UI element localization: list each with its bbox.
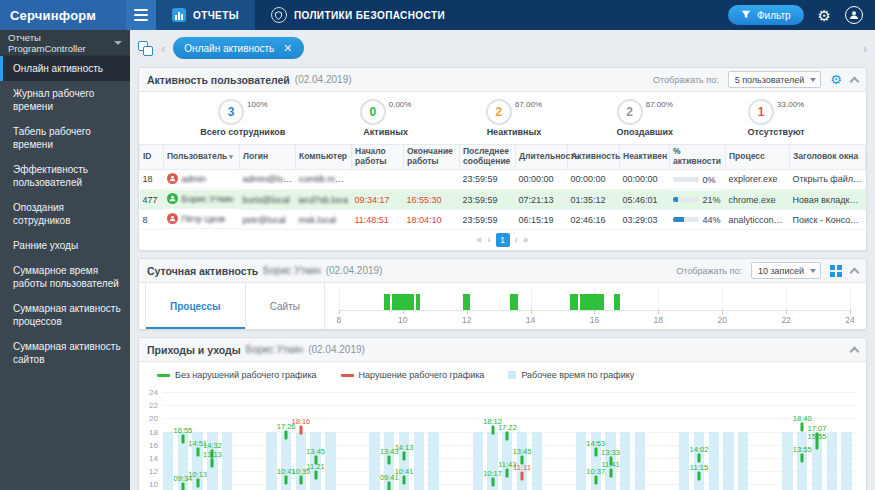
schedule-band bbox=[325, 432, 335, 490]
report-type-selector[interactable]: Отчеты ProgramController bbox=[0, 30, 130, 56]
sidebar-item[interactable]: Суммарная активность сайтов bbox=[0, 334, 130, 372]
records-per-page-select[interactable]: 10 записей bbox=[751, 262, 821, 279]
layers-icon[interactable] bbox=[138, 41, 153, 56]
tab-scroll-right-icon[interactable]: › bbox=[863, 42, 867, 55]
grid-view-icon[interactable] bbox=[830, 265, 842, 277]
first-page-icon[interactable]: « bbox=[477, 235, 483, 245]
departure-marker bbox=[506, 431, 509, 440]
nav-tab-reports[interactable]: ОТЧЕТЫ bbox=[156, 0, 255, 30]
column-header[interactable]: Окончание работы bbox=[404, 145, 460, 170]
cell-user: Пётр Цков bbox=[164, 210, 240, 229]
timeline-tick bbox=[531, 310, 532, 314]
activity-bar bbox=[673, 197, 699, 202]
legend-swatch bbox=[508, 371, 516, 379]
summary-label: Неактивных bbox=[487, 127, 542, 137]
sidebar-item[interactable]: Суммарная активность процессов bbox=[0, 296, 130, 334]
activity-segment bbox=[510, 294, 518, 310]
daily-tab-sites[interactable]: Сайты bbox=[246, 283, 325, 329]
next-page-icon[interactable]: › bbox=[515, 235, 518, 245]
column-header[interactable]: Логин bbox=[240, 145, 296, 170]
close-icon[interactable]: ✕ bbox=[283, 43, 292, 54]
panel-settings-gear-icon[interactable]: ⚙ bbox=[830, 73, 842, 86]
cell-process: explorer.exe bbox=[726, 169, 790, 190]
column-header[interactable]: Компьютер bbox=[296, 145, 352, 170]
timeline-tick bbox=[594, 310, 595, 314]
timeline-gridline bbox=[850, 287, 851, 310]
table-row[interactable]: 18adminadmin@localcomtib.msi.local23:59:… bbox=[140, 169, 866, 190]
legend-item: Рабочее время по графику bbox=[508, 370, 634, 380]
collapse-chevron-icon[interactable] bbox=[850, 346, 860, 356]
collapse-chevron-icon[interactable] bbox=[850, 267, 860, 277]
timeline-hour-label: 10 bbox=[398, 315, 407, 325]
filter-button[interactable]: Фильтр bbox=[728, 5, 804, 25]
column-header[interactable]: Заголовок окна bbox=[790, 145, 866, 170]
arrival-marker bbox=[181, 483, 184, 490]
arrival-marker bbox=[697, 471, 700, 480]
column-header[interactable]: Начало работы bbox=[352, 145, 404, 170]
column-header[interactable]: Пользователь▾ bbox=[164, 145, 240, 170]
sidebar-item[interactable]: Онлайн активность bbox=[0, 56, 130, 81]
departure-time-label: 14:53 bbox=[586, 439, 605, 448]
display-by-label: Отображать по: bbox=[653, 75, 719, 85]
table-row[interactable]: 8Пётр Цковpetr@localmsk.local11:48:5118:… bbox=[140, 210, 866, 230]
users-per-page-select[interactable]: 5 пользователей bbox=[728, 71, 822, 88]
filter-button-label: Фильтр bbox=[757, 10, 791, 21]
nav-tab-security-policies[interactable]: ПОЛИТИКИ БЕЗОПАСНОСТИ bbox=[255, 0, 461, 30]
hamburger-menu-icon[interactable] bbox=[126, 0, 156, 30]
last-page-icon[interactable]: » bbox=[523, 235, 529, 245]
tab-scroll-left-icon[interactable]: ‹ bbox=[161, 42, 165, 55]
sort-icon: ▾ bbox=[229, 153, 233, 160]
column-header[interactable]: Последнее сообщение bbox=[460, 145, 516, 170]
column-header[interactable]: ID bbox=[140, 145, 164, 170]
user-account-icon[interactable] bbox=[845, 6, 863, 24]
arrivals-panel: Приходы и уходы Борис Уткин (02.04.2019)… bbox=[138, 337, 867, 490]
sidebar-item[interactable]: Опоздания сотрудников bbox=[0, 195, 130, 233]
summary-item: 267.00%Опоздавших bbox=[616, 99, 673, 137]
settings-gear-icon[interactable]: ⚙ bbox=[818, 8, 831, 23]
cell-login: petr@local bbox=[240, 210, 296, 230]
column-header[interactable]: Неактивен bbox=[620, 145, 670, 170]
legend-label: Без нарушений рабочего графика bbox=[175, 370, 317, 380]
sidebar: Отчеты ProgramController Онлайн активнос… bbox=[0, 30, 130, 490]
timeline-hour-label: 24 bbox=[845, 315, 854, 325]
legend-swatch bbox=[341, 374, 354, 377]
y-axis-label: 12 bbox=[149, 467, 158, 476]
sidebar-item[interactable]: Эффективность пользователей bbox=[0, 157, 130, 195]
departure-time-label: 18:16 bbox=[291, 417, 310, 426]
cell-activity: 01:35:12 bbox=[568, 190, 620, 210]
timeline-hour-label: 22 bbox=[781, 315, 790, 325]
y-axis-label: 10 bbox=[149, 480, 158, 489]
sidebar-item[interactable]: Суммарное время работы пользователей bbox=[0, 258, 130, 296]
column-header[interactable]: Длительность bbox=[516, 145, 568, 170]
timeline-tick bbox=[722, 310, 723, 314]
arrival-time-label: 10:17 bbox=[483, 469, 502, 478]
arrivals-panel-header: Приходы и уходы Борис Уткин (02.04.2019) bbox=[139, 338, 866, 362]
collapse-chevron-icon[interactable] bbox=[850, 76, 860, 86]
sidebar-item[interactable]: Ранние уходы bbox=[0, 233, 130, 258]
prev-page-icon[interactable]: ‹ bbox=[487, 235, 490, 245]
open-report-tab[interactable]: Онлайн активность ✕ bbox=[173, 37, 303, 59]
table-row[interactable]: 477Борис Уткинboris@localwcd7sb.loca09:3… bbox=[140, 190, 866, 210]
departure-marker bbox=[801, 423, 804, 432]
arrival-time-label: 11:11 bbox=[513, 463, 531, 472]
activity-percent-text: 21% bbox=[703, 195, 721, 205]
sidebar-item[interactable]: Журнал рабочего времени bbox=[0, 81, 130, 119]
arrivals-y-axis: 242220181614121086420 bbox=[143, 387, 163, 490]
column-header[interactable]: Процесс bbox=[726, 145, 790, 170]
open-report-tab-label: Онлайн активность bbox=[184, 43, 274, 54]
report-type-selector-label: Отчеты ProgramController bbox=[8, 32, 114, 54]
departure-marker bbox=[697, 453, 700, 462]
arrival-marker bbox=[594, 476, 597, 485]
column-header[interactable]: Активность bbox=[568, 145, 620, 170]
sidebar-item[interactable]: Табель рабочего времени bbox=[0, 119, 130, 157]
app-window: Серчинформ ОТЧЕТЫПОЛИТИКИ БЕЗОПАСНОСТИ Ф… bbox=[0, 0, 875, 490]
activity-segment bbox=[570, 294, 578, 310]
departure-time-label: 16:55 bbox=[174, 426, 193, 435]
cell-activity-percent: 44% bbox=[670, 211, 726, 230]
daily-tab-processes[interactable]: Процессы bbox=[145, 283, 246, 329]
timeline-hour-label: 14 bbox=[526, 315, 535, 325]
funnel-icon bbox=[741, 10, 751, 20]
column-header[interactable]: % активности bbox=[670, 145, 726, 170]
page-number[interactable]: 1 bbox=[496, 233, 510, 247]
panel-title: Активность пользователей bbox=[147, 74, 290, 86]
